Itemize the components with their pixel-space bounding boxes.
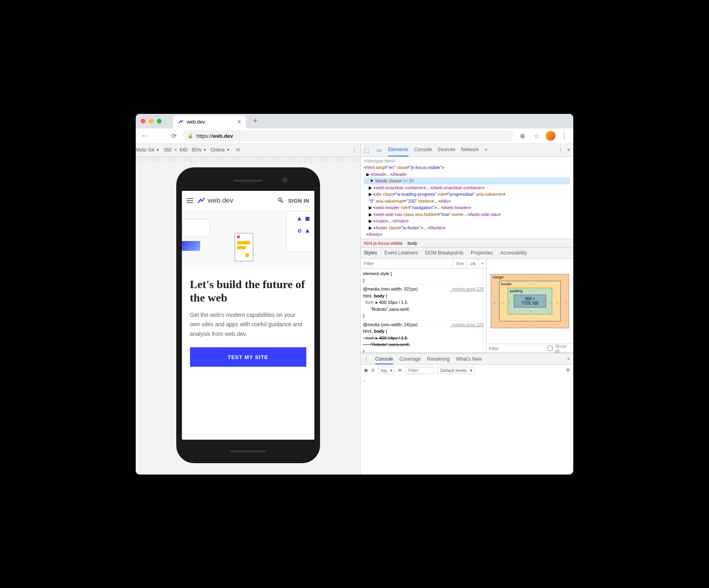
webdev-logo-icon [197,197,205,205]
styles-filter-bar: :hov .cls + [361,259,486,269]
profile-avatar[interactable] [546,131,555,141]
install-button[interactable]: ⊕ [517,130,528,141]
drawer-tab-rendering[interactable]: Rendering [427,356,449,362]
minimize-window-button[interactable] [149,119,154,124]
phone-home-bar [230,450,266,453]
crumb-body[interactable]: body [408,241,417,246]
content-area: Moto G4▼ 360 × 640 80%▼ Online▼ ⟲ ⋮ [136,144,573,475]
tab-sources[interactable]: Sources [438,144,455,157]
browser-tab[interactable]: web.dev × [173,115,246,128]
height-input[interactable]: 640 [179,147,188,153]
selected-node[interactable]: … ▼ <body class> == $0 [364,177,570,184]
close-window-button[interactable] [141,119,145,124]
console-settings-button[interactable]: ⚙ [566,368,570,373]
new-tab-button[interactable]: + [253,117,258,125]
dimensions: 360 × 640 [164,147,188,153]
device-toolbar: Moto G4▼ 360 × 640 80%▼ Online▼ ⟲ ⋮ [136,144,360,157]
site-header: web.dev 🔍︎ SIGN IN [182,191,314,211]
console-sidebar-toggle[interactable]: ▣ [364,368,368,373]
hero-paragraph: Get the web's modern capabilities on you… [190,310,306,339]
inspect-element-button[interactable]: ⬚ [361,147,373,153]
sign-in-button[interactable]: SIGN IN [288,198,310,204]
css-rules[interactable]: element.style { } _mixins.scss:123@media… [361,269,486,353]
tab-styles[interactable]: Styles [364,250,377,256]
bookmark-button[interactable]: ☆ [531,130,542,141]
log-levels-select[interactable]: Default levels [437,367,474,374]
tab-console[interactable]: Console [414,144,432,157]
box-model: margin---- border---- padding---- 360 × … [487,259,573,344]
zoom-select[interactable]: 80%▼ [192,147,207,153]
tab-network[interactable]: Network [461,144,479,157]
back-button[interactable]: ← [139,130,150,141]
drawer-menu-button[interactable]: ⋮ [364,356,369,362]
forward-button[interactable]: → [154,130,165,141]
tab-event-listeners[interactable]: Event Listeners [384,250,418,256]
browser-window: web.dev × + ← → ⟳ 🔒 https://web.dev ⊕ ☆ … [136,114,573,475]
new-style-rule-button[interactable]: + [478,259,486,269]
menu-icon[interactable] [187,198,193,203]
devtools-tabs: Elements Console Sources Network » [388,144,487,157]
crumb-html[interactable]: html.js-focus-visible [364,241,403,246]
hero-illustration [182,211,314,268]
hero-text: Let's build the future of the web Get th… [182,268,314,375]
hov-toggle[interactable]: :hov [453,259,466,269]
computed-filter: Show all [487,344,573,353]
devtools-close-button[interactable]: × [567,147,570,153]
reload-button[interactable]: ⟳ [168,130,179,141]
tab-dom-breakpoints[interactable]: DOM Breakpoints [425,250,463,256]
url-field[interactable]: 🔒 https://web.dev [183,130,513,141]
show-all-checkbox[interactable] [547,346,553,351]
device-select[interactable]: Moto G4▼ [136,147,160,153]
console-body[interactable]: › [361,376,573,475]
tabs-overflow[interactable]: » [485,144,487,157]
tab-properties[interactable]: Properties [471,250,493,256]
drawer-tabs: ⋮ Console Coverage Rendering What's New … [361,353,573,364]
styles-area: :hov .cls + element.style { } _mixins.sc… [361,259,573,353]
device-emulation-pane: Moto G4▼ 360 × 640 80%▼ Online▼ ⟲ ⋮ [136,144,361,475]
rotate-button[interactable]: ⟲ [236,147,240,153]
phone-camera [282,177,288,183]
drawer-tab-console[interactable]: Console [375,356,393,364]
traffic-lights [141,119,162,124]
lock-icon: 🔒 [188,133,193,139]
site-logo[interactable]: web.dev [197,197,233,205]
devtools-menu-button[interactable]: ⋮ [558,147,563,153]
throttle-select[interactable]: Online▼ [211,147,230,153]
live-expression-button[interactable]: 👁 [398,368,402,373]
computed-filter-input[interactable] [489,346,545,351]
close-tab-button[interactable]: × [237,118,241,126]
window-titlebar: web.dev × + [136,114,573,128]
drawer-tab-whatsnew[interactable]: What's New [456,356,482,362]
cls-toggle[interactable]: .cls [466,259,478,269]
phone-speaker [234,180,262,182]
drawer-tab-coverage[interactable]: Coverage [399,356,421,362]
test-my-site-button[interactable]: TEST MY SITE [190,347,306,367]
emulated-viewport: web.dev 🔍︎ SIGN IN [136,157,360,475]
styles-filter-input[interactable] [361,261,453,266]
address-bar: ← → ⟳ 🔒 https://web.dev ⊕ ☆ ⋮ [136,128,573,144]
phone-frame: web.dev 🔍︎ SIGN IN [176,167,320,463]
console-filter-input[interactable] [406,367,434,374]
width-input[interactable]: 360 [164,147,172,153]
device-toggle-button[interactable]: ▭ [373,147,385,153]
breadcrumb: html.js-focus-visible body [361,239,573,248]
tab-accessibility[interactable]: Accessibility [500,250,527,256]
tab-title: web.dev [187,119,205,125]
drawer-close-button[interactable]: × [567,356,570,362]
styles-tabs: Styles Event Listeners DOM Breakpoints P… [361,248,573,259]
dom-tree[interactable]: <!doctype html> <html lang="en" class="j… [361,157,573,239]
page-content: web.dev 🔍︎ SIGN IN [182,191,314,440]
clear-console-button[interactable]: ⊘ [371,368,375,373]
browser-menu-button[interactable]: ⋮ [559,130,570,141]
console-toolbar: ▣ ⊘ top 👁 Default levels ⚙ [361,364,573,376]
devtools-pane: ⬚ ▭ Elements Console Sources Network » ⋮… [361,144,573,475]
console-prompt: › [364,378,365,383]
maximize-window-button[interactable] [157,119,162,124]
device-toolbar-menu[interactable]: ⋮ [352,147,357,153]
favicon-icon [178,119,184,125]
box-model-content: 360 × 7729.700 [514,295,546,308]
search-icon[interactable]: 🔍︎ [277,197,284,205]
execution-context-select[interactable]: top [378,367,395,374]
tab-elements[interactable]: Elements [388,144,408,157]
hero-heading: Let's build the future of the web [190,278,306,305]
